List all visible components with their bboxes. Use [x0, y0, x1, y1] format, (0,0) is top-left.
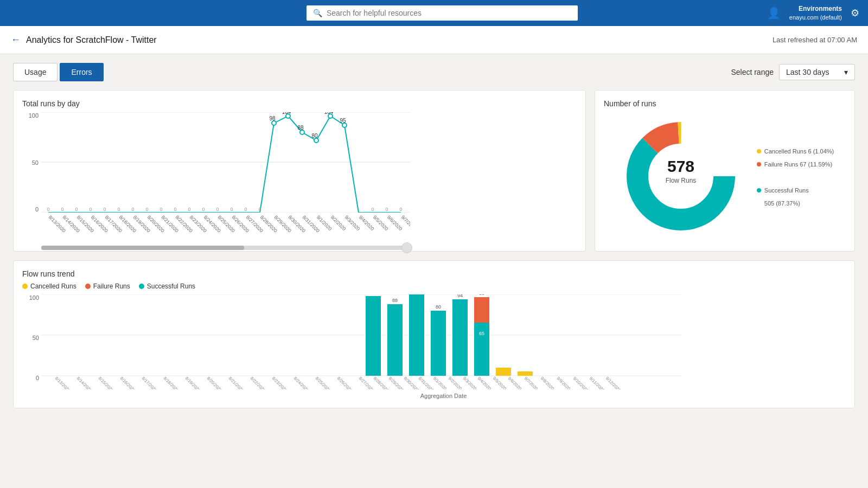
- x-date: 8/16/2020: [119, 376, 137, 389]
- legend-text-cancelled: Cancelled Runs: [30, 282, 76, 290]
- zero-label: 0: [103, 207, 106, 212]
- zero-label: 0: [117, 207, 120, 212]
- line-chart-svg: 98 104 88 80 104 95 0 0 0 0 0 0 0 0 0: [41, 112, 410, 213]
- chart-scrollbar[interactable]: [41, 246, 410, 250]
- number-of-runs-chart: Number of runs 578: [595, 90, 855, 252]
- x-date: 8/26/2020: [336, 376, 354, 389]
- bar-label: 80: [436, 304, 441, 310]
- x-date: 8/21/2020: [228, 376, 245, 389]
- data-point: [272, 121, 276, 125]
- legend-item-successful: Successful Runs: [139, 282, 195, 290]
- bar-cancelled: [496, 368, 511, 376]
- flow-runs-trend-chart: Flow runs trend Cancelled Runs Failure R…: [13, 260, 855, 408]
- zero-label: 0: [399, 207, 402, 212]
- bar-successful: [387, 304, 403, 376]
- legend-text-failure: Failure Runs: [93, 282, 130, 290]
- zero-label: 0: [159, 207, 162, 212]
- x-date: 9/12/2020: [605, 376, 622, 389]
- peak-label: 80: [311, 133, 318, 139]
- donut-legend: Cancelled Runs 6 (1.04%) Failure Runs 67…: [757, 145, 834, 210]
- scrollbar-thumb[interactable]: [41, 246, 244, 250]
- range-selector: Select range Last 30 days ▾: [731, 64, 855, 80]
- donut-center-label: Flow Runs: [665, 177, 696, 184]
- peak-label: 95: [340, 118, 346, 124]
- zero-label: 0: [258, 207, 261, 212]
- range-dropdown[interactable]: Last 30 days ▾: [779, 64, 855, 80]
- tab-usage[interactable]: Usage: [13, 63, 58, 81]
- legend-dot-successful: [757, 188, 761, 192]
- zero-label: 0: [371, 207, 374, 212]
- y-label-0: 0: [22, 206, 39, 213]
- zero-label: 0: [230, 207, 233, 212]
- zero-label: 0: [47, 207, 49, 212]
- bar-label-inner: 65: [479, 331, 484, 336]
- bar-label: 98: [371, 294, 376, 296]
- x-date: 8/24/2020: [293, 376, 310, 389]
- bar-chart-inner: 98 88 104 80 94 38: [41, 294, 846, 399]
- line-chart-polyline: [48, 116, 401, 213]
- tab-errors[interactable]: Errors: [60, 63, 103, 81]
- donut-chart-container: 578 Flow Runs Cancelled Runs 6 (1.04%) F…: [604, 112, 846, 242]
- y-label-100: 100: [22, 294, 39, 301]
- x-date: 8/30/2020: [403, 376, 420, 389]
- legend-dot-cancelled: [757, 149, 761, 153]
- legend-cancelled: Cancelled Runs 6 (1.04%): [757, 145, 834, 158]
- subheader: ← Analytics for ScratchFlow - Twitter La…: [0, 26, 868, 54]
- bar-successful: [431, 311, 446, 376]
- bar-failure: [474, 297, 489, 323]
- x-date: 9/1/2020: [432, 376, 448, 389]
- donut-svg-wrap: 578 Flow Runs: [616, 111, 746, 243]
- tabs-container: Usage Errors: [13, 63, 104, 81]
- chevron-down-icon: ▾: [844, 68, 848, 76]
- zero-label: 0: [244, 207, 247, 212]
- data-point: [300, 130, 304, 134]
- total-runs-title: Total runs by day: [22, 99, 577, 108]
- bar-chart-svg: 98 88 104 80 94 38: [41, 294, 681, 389]
- y-label-50: 50: [22, 159, 39, 166]
- topbar-right: 👤 Environments enayu.com (default) ⚙: [767, 5, 859, 21]
- search-box[interactable]: 🔍: [307, 5, 578, 21]
- number-of-runs-title: Number of runs: [604, 99, 846, 108]
- x-date: 8/19/2020: [184, 376, 202, 389]
- donut-svg: 578 Flow Runs: [616, 111, 746, 241]
- env-name: enayu.com (default): [789, 14, 842, 21]
- legend-label-successful: Successful Runs: [764, 184, 809, 197]
- x-date: 9/10/2020: [572, 376, 590, 389]
- x-date: 8/18/2020: [163, 376, 180, 389]
- legend-item-cancelled: Cancelled Runs: [22, 282, 76, 290]
- page-title: Analytics for ScratchFlow - Twitter: [26, 35, 157, 45]
- zero-label: 0: [202, 207, 205, 212]
- data-point: [314, 138, 318, 143]
- legend-dot-failure: [757, 162, 761, 166]
- x-date: 8/27/2020: [358, 376, 375, 389]
- main-content: Usage Errors Select range Last 30 days ▾…: [0, 54, 868, 417]
- legend-dot-cancelled: [22, 284, 28, 289]
- scrollbar-button[interactable]: [401, 242, 412, 253]
- zero-label: 0: [145, 207, 148, 212]
- legend-item-failure: Failure Runs: [85, 282, 130, 290]
- zero-label: 0: [188, 207, 190, 212]
- bar-legend: Cancelled Runs Failure Runs Successful R…: [22, 282, 846, 290]
- back-button[interactable]: ←: [11, 34, 21, 46]
- zero-label: 0: [385, 207, 388, 212]
- legend-dot-successful: [139, 284, 144, 289]
- range-selected: Last 30 days: [786, 68, 829, 76]
- zero-label: 0: [131, 207, 134, 212]
- peak-label: 104: [282, 112, 291, 115]
- x-axis-dates: 8/13/2020 8/14/2020 8/15/2020 8/16/2020 …: [41, 215, 410, 245]
- tabs-row: Usage Errors Select range Last 30 days ▾: [13, 63, 855, 81]
- bar-successful: [366, 296, 381, 376]
- x-date: 8/17/2020: [141, 376, 158, 389]
- environment-info: Environments enayu.com (default): [789, 5, 842, 21]
- env-label: Environments: [789, 5, 842, 14]
- data-point: [342, 123, 347, 127]
- settings-button[interactable]: ⚙: [851, 7, 859, 19]
- x-date: 9/6/2020: [507, 376, 523, 389]
- x-date: 9/3/2020: [462, 376, 478, 389]
- line-chart-area: 100 50 0: [22, 112, 577, 232]
- range-label: Select range: [731, 68, 774, 76]
- search-input[interactable]: [327, 9, 571, 17]
- legend-successful: Successful Runs: [757, 184, 834, 197]
- y-label-100: 100: [22, 112, 39, 119]
- x-date: 9/4/2020: [477, 376, 493, 389]
